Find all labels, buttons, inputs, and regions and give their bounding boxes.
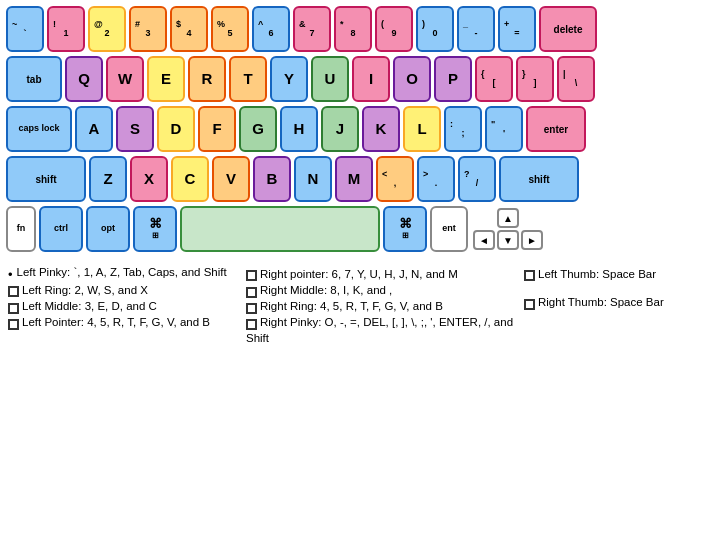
key-period[interactable]: > .	[417, 156, 455, 202]
key-d[interactable]: D	[157, 106, 195, 152]
checkbox-right-middle	[246, 287, 257, 298]
key-l[interactable]: L	[403, 106, 441, 152]
key-enter[interactable]: enter	[526, 106, 586, 152]
legend-left-ring: Left Ring: 2, W, S, and X	[8, 282, 238, 298]
legend-left-pinky-text: Left Pinky: `, 1, A, Z, Tab, Caps, and S…	[17, 266, 227, 278]
checkbox-left-ring	[8, 286, 19, 297]
key-7[interactable]: & 7	[293, 6, 331, 52]
key-m[interactable]: M	[335, 156, 373, 202]
key-k[interactable]: K	[362, 106, 400, 152]
key-opt[interactable]: opt	[86, 206, 130, 252]
key-shift-right[interactable]: shift	[499, 156, 579, 202]
legend-left-pinky: • Left Pinky: `, 1, A, Z, Tab, Caps, and…	[8, 266, 238, 282]
legend-col3: Left Thumb: Space Bar Right Thumb: Space…	[524, 266, 720, 346]
key-space[interactable]	[180, 206, 380, 252]
key-bracket-left[interactable]: { [	[475, 56, 513, 102]
key-5[interactable]: % 5	[211, 6, 249, 52]
key-semicolon[interactable]: : ;	[444, 106, 482, 152]
key-a[interactable]: A	[75, 106, 113, 152]
key-y[interactable]: Y	[270, 56, 308, 102]
key-bracket-right[interactable]: } ]	[516, 56, 554, 102]
key-9[interactable]: ( 9	[375, 6, 413, 52]
key-x[interactable]: X	[130, 156, 168, 202]
key-3[interactable]: # 3	[129, 6, 167, 52]
key-slash[interactable]: ? /	[458, 156, 496, 202]
key-8[interactable]: * 8	[334, 6, 372, 52]
key-t[interactable]: T	[229, 56, 267, 102]
arrow-right-key[interactable]: ►	[521, 230, 543, 250]
zxcv-row: shift Z X C V B N M < , > .	[6, 156, 714, 202]
number-row: ~ ` ! 1 @ 2 # 3 $ 4 % 5 ^ 6 & 7	[6, 6, 714, 52]
key-cmd-left[interactable]: ⌘ ⊞	[133, 206, 177, 252]
checkbox-left-thumb	[524, 270, 535, 281]
key-w[interactable]: W	[106, 56, 144, 102]
key-g[interactable]: G	[239, 106, 277, 152]
key-q[interactable]: Q	[65, 56, 103, 102]
checkbox-left-pointer	[8, 319, 19, 330]
legend-left-pointer: Left Pointer: 4, 5, R, T, F, G, V, and B	[8, 314, 238, 330]
asdf-row: caps lock A S D F G H J K L : ;	[6, 106, 714, 152]
legend-left-middle: Left Middle: 3, E, D, and C	[8, 298, 238, 314]
legend-right-pointer: Right pointer: 6, 7, Y, U, H, J, N, and …	[246, 266, 516, 282]
key-h[interactable]: H	[280, 106, 318, 152]
legend-right-middle: Right Middle: 8, I, K, and ,	[246, 282, 516, 298]
arrow-down-key[interactable]: ▼	[497, 230, 519, 250]
legend-col1: • Left Pinky: `, 1, A, Z, Tab, Caps, and…	[8, 266, 238, 346]
key-i[interactable]: I	[352, 56, 390, 102]
key-backslash[interactable]: | \	[557, 56, 595, 102]
key-r[interactable]: R	[188, 56, 226, 102]
key-backtick[interactable]: ~ `	[6, 6, 44, 52]
key-fn[interactable]: fn	[6, 206, 36, 252]
key-ctrl[interactable]: ctrl	[39, 206, 83, 252]
checkbox-right-pointer	[246, 270, 257, 281]
key-v[interactable]: V	[212, 156, 250, 202]
key-1[interactable]: ! 1	[47, 6, 85, 52]
key-capslock[interactable]: caps lock	[6, 106, 72, 152]
key-2[interactable]: @ 2	[88, 6, 126, 52]
checkbox-left-middle	[8, 303, 19, 314]
key-4[interactable]: $ 4	[170, 6, 208, 52]
key-n[interactable]: N	[294, 156, 332, 202]
key-cmd-right[interactable]: ⌘ ⊞	[383, 206, 427, 252]
key-0[interactable]: ) 0	[416, 6, 454, 52]
key-quote[interactable]: " '	[485, 106, 523, 152]
legend-right-pinky: Right Pinky: O, -, =, DEL, [, ], \, ;, '…	[246, 314, 516, 346]
key-o[interactable]: O	[393, 56, 431, 102]
legend-col2: Right pointer: 6, 7, Y, U, H, J, N, and …	[246, 266, 516, 346]
key-comma[interactable]: < ,	[376, 156, 414, 202]
key-ent[interactable]: ent	[430, 206, 468, 252]
checkbox-right-thumb	[524, 299, 535, 310]
key-e[interactable]: E	[147, 56, 185, 102]
key-f[interactable]: F	[198, 106, 236, 152]
arrow-left-key[interactable]: ◄	[473, 230, 495, 250]
key-z[interactable]: Z	[89, 156, 127, 202]
qwerty-row: tab Q W E R T Y U I O P	[6, 56, 714, 102]
key-tab[interactable]: tab	[6, 56, 62, 102]
key-equals[interactable]: + =	[498, 6, 536, 52]
key-j[interactable]: J	[321, 106, 359, 152]
legend-left-thumb: Left Thumb: Space Bar	[524, 266, 720, 282]
key-delete[interactable]: delete	[539, 6, 597, 52]
keyboard-area: ~ ` ! 1 @ 2 # 3 $ 4 % 5 ^ 6 & 7	[0, 0, 720, 260]
legend-right-ring: Right Ring: 4, 5, R, T, F, G, V, and B	[246, 298, 516, 314]
legend-area: • Left Pinky: `, 1, A, Z, Tab, Caps, and…	[0, 260, 720, 354]
key-b[interactable]: B	[253, 156, 291, 202]
checkbox-right-ring	[246, 303, 257, 314]
key-u[interactable]: U	[311, 56, 349, 102]
key-minus[interactable]: _ -	[457, 6, 495, 52]
key-c[interactable]: C	[171, 156, 209, 202]
key-p[interactable]: P	[434, 56, 472, 102]
bottom-row: fn ctrl opt ⌘ ⊞ ⌘ ⊞ ent ▲ ◄ ▼	[6, 206, 714, 252]
key-6[interactable]: ^ 6	[252, 6, 290, 52]
arrow-up-key[interactable]: ▲	[497, 208, 519, 228]
checkbox-right-pinky	[246, 319, 257, 330]
key-shift-left[interactable]: shift	[6, 156, 86, 202]
key-s[interactable]: S	[116, 106, 154, 152]
legend-right-thumb: Right Thumb: Space Bar	[524, 294, 720, 310]
